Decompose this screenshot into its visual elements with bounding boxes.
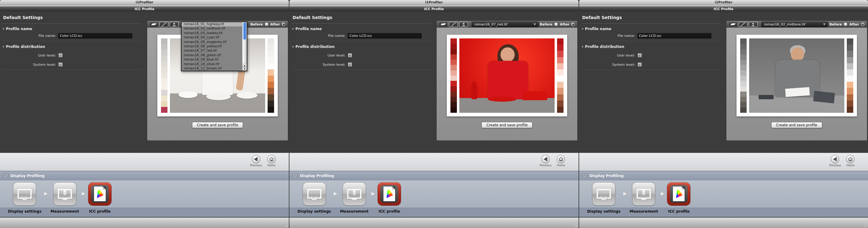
tone-curve-view-icon[interactable] — [739, 22, 748, 27]
window-title-bar[interactable]: i1Profiler — [579, 0, 868, 5]
eraser-view-icon[interactable] — [728, 22, 737, 27]
previous-icon[interactable] — [831, 155, 839, 163]
main-content: Default Settings ▼ Profile name File nam… — [289, 11, 578, 153]
dropdown-item[interactable]: roman16_05_magenta.tif — [182, 40, 242, 44]
workflow-step-display-settings[interactable]: ◐✳▶ Display settings — [8, 181, 41, 217]
scrollbar-thumb[interactable] — [243, 23, 246, 40]
previous-icon[interactable] — [541, 155, 550, 163]
icc-profile-icon[interactable] — [378, 182, 401, 205]
scrollbar-track[interactable] — [242, 40, 247, 64]
tone-curve-view-icon[interactable] — [159, 22, 168, 27]
dropdown-item[interactable]: roman16_03_lowkey.tif — [182, 31, 242, 35]
window-title-bar[interactable]: i1Profiler — [289, 0, 578, 5]
dropdown-item[interactable]: roman16_11_brown.tif — [182, 66, 242, 71]
dropdown-item[interactable]: roman16_10_olive.tif — [182, 62, 242, 66]
display-settings-icon[interactable]: ◐✳▶ — [303, 182, 326, 205]
portrait-view-icon[interactable] — [459, 22, 468, 27]
dropdown-item[interactable]: roman16_09_blue.tif — [182, 58, 242, 62]
screen-title: ICC Profile — [714, 7, 734, 11]
icc-profile-icon[interactable] — [88, 182, 112, 205]
user-level-checkbox[interactable]: ✓ — [58, 53, 63, 58]
profile-name-section-header[interactable]: ▼ Profile name — [2, 27, 32, 31]
before-radio[interactable] — [265, 22, 269, 26]
workflow-step-measurement[interactable]: Measurement — [51, 181, 79, 217]
after-radio[interactable] — [861, 22, 865, 26]
workflow-step-display-settings[interactable]: ◐✳▶ Display settings — [587, 181, 621, 217]
before-radio[interactable] — [843, 22, 848, 26]
test-image-dropdown[interactable]: roman16_07_red.tif ▼ — [472, 22, 538, 27]
disclosure-triangle-icon[interactable]: ▼ — [582, 45, 584, 48]
dropdown-item[interactable]: roman16_04_cyan.tif — [182, 35, 242, 40]
workflow-step-icc-profile[interactable]: ICC profile — [378, 181, 401, 217]
home-button[interactable]: Home — [266, 155, 277, 167]
home-icon[interactable] — [267, 155, 276, 163]
user-level-checkbox[interactable]: ✓ — [638, 53, 642, 58]
eraser-view-icon[interactable] — [149, 22, 158, 27]
dropdown-item[interactable]: roman16_01_highkey.tif — [182, 22, 242, 26]
dropdown-scrollbar[interactable]: ▲ ▼ — [242, 22, 247, 71]
previous-button[interactable]: Previous — [540, 155, 552, 167]
user-level-checkbox[interactable]: ✓ — [348, 53, 352, 58]
nav-footer: Previous Home — [579, 153, 868, 171]
display-settings-icon[interactable]: ◐✳▶ — [13, 182, 36, 205]
dropdown-item[interactable]: roman16_08_green.tif — [182, 53, 242, 58]
measurement-icon[interactable] — [632, 182, 655, 205]
after-radio[interactable] — [571, 22, 575, 26]
system-level-checkbox[interactable]: ✓ — [638, 62, 642, 67]
dropdown-item[interactable]: roman16_02_midtone.tif — [182, 26, 242, 31]
chevron-down-icon: ▼ — [534, 23, 538, 26]
previous-icon[interactable] — [252, 155, 260, 163]
file-name-input[interactable] — [638, 33, 711, 38]
after-radio[interactable] — [281, 22, 286, 26]
test-image-dropdown[interactable]: roman16_02_midtone.tif ▼ — [762, 22, 828, 27]
home-icon[interactable] — [557, 155, 565, 163]
dropdown-item[interactable]: roman16_06_yellow.tif — [182, 44, 242, 48]
portrait-view-icon[interactable] — [749, 22, 758, 27]
scroll-up-icon[interactable]: ▲ — [242, 64, 247, 67]
resize-grip[interactable] — [863, 223, 867, 227]
workflow-step-label: Measurement — [629, 209, 658, 214]
workflow-step-display-settings[interactable]: ◐✳▶ Display settings — [298, 181, 331, 217]
icc-profile-icon[interactable] — [667, 182, 690, 205]
workflow-step-icc-profile[interactable]: ICC profile — [88, 181, 112, 217]
dropdown-item[interactable]: roman16_07_red.tif — [182, 48, 242, 53]
profile-name-section-header[interactable]: ▼ Profile name — [582, 27, 612, 31]
portrait-view-icon[interactable] — [169, 22, 179, 27]
workflow-step-icc-profile[interactable]: ICC profile — [667, 181, 690, 217]
profile-distribution-section-header[interactable]: ▼ Profile distribution — [582, 44, 624, 49]
home-icon[interactable] — [846, 155, 855, 163]
test-image-dropdown-value: roman16_02_midtone.tif — [762, 23, 824, 26]
measurement-icon[interactable] — [53, 182, 76, 205]
create-and-save-profile-button[interactable]: Create and save profile — [192, 122, 243, 128]
resize-grip[interactable] — [283, 223, 288, 227]
tone-curve-view-icon[interactable] — [449, 22, 458, 27]
create-and-save-profile-button[interactable]: Create and save profile — [482, 122, 532, 128]
workflow-step-measurement[interactable]: Measurement — [340, 181, 369, 217]
create-and-save-profile-button[interactable]: Create and save profile — [771, 122, 822, 128]
profile-distribution-section-header[interactable]: ▼ Profile distribution — [292, 44, 335, 49]
previous-button[interactable]: Previous — [250, 155, 262, 167]
display-settings-icon[interactable]: ◐✳▶ — [592, 182, 615, 205]
disclosure-triangle-icon[interactable]: ▼ — [292, 28, 294, 30]
window-title-bar[interactable]: i1Profiler — [0, 0, 289, 5]
scroll-down-icon[interactable]: ▼ — [242, 67, 247, 71]
eraser-view-icon[interactable] — [439, 22, 448, 27]
disclosure-triangle-icon[interactable]: ▼ — [2, 45, 4, 48]
previous-button[interactable]: Previous — [829, 155, 841, 167]
workflow-step-measurement[interactable]: Measurement — [629, 181, 658, 217]
disclosure-triangle-icon[interactable]: ▼ — [292, 45, 294, 48]
before-radio[interactable] — [554, 22, 558, 26]
disclosure-triangle-icon[interactable]: ▼ — [2, 28, 4, 30]
file-name-input[interactable] — [58, 33, 132, 38]
system-level-checkbox[interactable]: ✓ — [58, 62, 63, 67]
resize-grip[interactable] — [573, 223, 578, 227]
profile-distribution-section-header[interactable]: ▼ Profile distribution — [2, 44, 45, 49]
chevron-down-icon: ▼ — [823, 23, 828, 26]
system-level-checkbox[interactable]: ✓ — [348, 62, 352, 67]
measurement-icon[interactable] — [343, 182, 366, 205]
home-button[interactable]: Home — [845, 155, 856, 167]
file-name-input[interactable] — [348, 33, 422, 38]
home-button[interactable]: Home — [555, 155, 567, 167]
disclosure-triangle-icon[interactable]: ▼ — [582, 28, 584, 30]
profile-name-section-header[interactable]: ▼ Profile name — [292, 27, 322, 31]
